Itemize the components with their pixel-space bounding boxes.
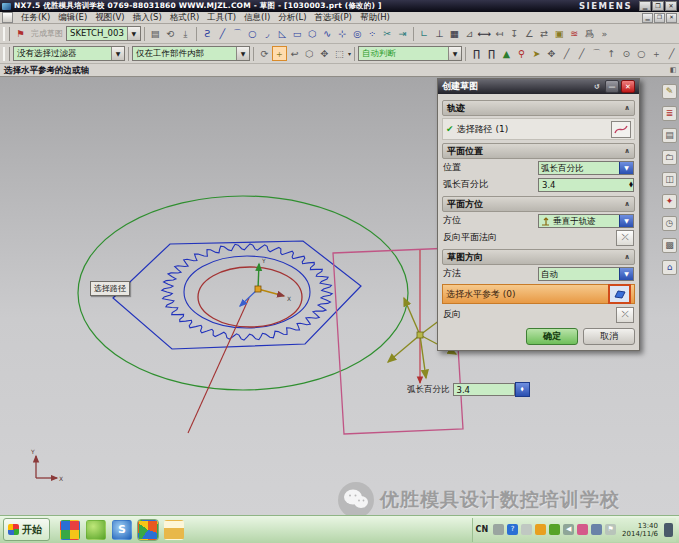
language-indicator[interactable]: CN: [476, 525, 489, 534]
offset-curve-icon[interactable]: ◎: [350, 26, 365, 41]
reuse-library-icon[interactable]: 🗀: [662, 150, 677, 165]
selection-scope-combo[interactable]: 仅在工作部件内部 ▼: [132, 46, 250, 61]
point-icon[interactable]: ⊹: [335, 26, 350, 41]
arc-percent-field[interactable]: 3.4: [453, 383, 515, 396]
sketch-display-icon[interactable]: ▤: [148, 26, 163, 41]
hexagon-curve[interactable]: [113, 241, 361, 349]
infer-type-combo[interactable]: 自动判断 ▼: [358, 46, 462, 61]
security-tray-icon[interactable]: [549, 524, 560, 535]
curve-select-icon[interactable]: [611, 121, 631, 138]
circle-icon[interactable]: ○: [245, 26, 260, 41]
method-combo[interactable]: 自动 ▼: [538, 267, 634, 281]
arc-percent-value-field[interactable]: 3.4 ⬧: [538, 178, 634, 192]
child-close-button[interactable]: ✕: [666, 13, 677, 23]
select-path-row[interactable]: ✔ 选择路径 (1): [442, 118, 635, 140]
angular-dim-icon[interactable]: ∠: [522, 26, 537, 41]
chevron-down-icon[interactable]: ▼: [111, 47, 124, 60]
section-plane-location[interactable]: 平面位置 ∧: [442, 143, 635, 159]
constraints-icon[interactable]: ⊥: [432, 26, 447, 41]
flag-tray-icon[interactable]: ⚑: [605, 524, 616, 535]
animate-dimension-icon[interactable]: ≋: [567, 26, 582, 41]
location-combo[interactable]: 弧长百分比 ▼: [538, 161, 634, 175]
menu-analysis[interactable]: 分析(L): [274, 12, 310, 24]
cancel-button[interactable]: 取消: [583, 328, 635, 345]
wcs-triad[interactable]: Y X: [240, 257, 291, 306]
volume-tray-icon[interactable]: ◀: [563, 524, 574, 535]
show-desktop-icon[interactable]: [664, 523, 673, 537]
quick-trim-icon[interactable]: ✂: [380, 26, 395, 41]
collapse-icon[interactable]: ∧: [624, 104, 630, 112]
arc-icon[interactable]: ⌒: [230, 26, 245, 41]
sketch-reattach-icon[interactable]: ⤓: [178, 26, 193, 41]
section-sketch-orientation[interactable]: 草图方向 ∧: [442, 249, 635, 265]
orientation-combo[interactable]: 垂直于轨迹 ▼: [538, 214, 634, 228]
select-horizontal-reference-row[interactable]: 选择水平参考 (0): [442, 284, 635, 304]
printer-tray-icon[interactable]: [493, 524, 504, 535]
window-close-button[interactable]: ✕: [665, 1, 677, 11]
im-tray-icon[interactable]: [577, 524, 588, 535]
menu-edit[interactable]: 编辑(E): [54, 12, 91, 24]
selected-path-leg[interactable]: [188, 298, 249, 433]
menu-information[interactable]: 信息(I): [240, 12, 274, 24]
finish-sketch-flag-icon[interactable]: ⚑: [13, 26, 28, 41]
selection-filter-combo[interactable]: 没有选择过滤器 ▼: [13, 46, 125, 61]
convert-reference-icon[interactable]: ⇄: [537, 26, 552, 41]
show-constraints-icon[interactable]: ⊿: [462, 26, 477, 41]
dialog-reset-icon[interactable]: ↺: [591, 81, 603, 92]
rect-select-icon[interactable]: ⬚: [332, 46, 347, 61]
line-icon[interactable]: ╱: [215, 26, 230, 41]
end-point-snap-icon[interactable]: ╱: [559, 46, 574, 61]
window-restore-button[interactable]: ❐: [652, 1, 664, 11]
profile-icon[interactable]: Ƨ: [200, 26, 215, 41]
sketch-orient-icon[interactable]: ⟲: [163, 26, 178, 41]
center-snap-icon[interactable]: ⊙: [619, 46, 634, 61]
title-bar[interactable]: NX7.5 优胜模具培训学校 0769-88031860 WWW.MJZL.CO…: [0, 0, 679, 12]
fillet-icon[interactable]: ◞: [260, 26, 275, 41]
ok-button[interactable]: 确定: [526, 328, 578, 345]
hd3d-tools-icon[interactable]: ◫: [662, 172, 677, 187]
chamfer-icon[interactable]: ◺: [275, 26, 290, 41]
window-minimize-button[interactable]: ▁: [639, 1, 651, 11]
sketch-name-combo[interactable]: SKETCH_003 ▼: [66, 26, 141, 41]
collapse-icon[interactable]: ∧: [624, 200, 630, 208]
collapse-icon[interactable]: ∧: [624, 147, 630, 155]
notepad-folder-icon[interactable]: [164, 520, 184, 540]
chevron-down-icon[interactable]: ▼: [236, 47, 249, 60]
toolbar-overflow-icon[interactable]: »: [597, 26, 612, 41]
face-edge-select-icon[interactable]: [608, 284, 631, 304]
gear-tooth-curve[interactable]: [162, 244, 332, 340]
dialog-minimize-button[interactable]: —: [605, 80, 619, 93]
child-minimize-button[interactable]: ▁: [642, 13, 653, 23]
spinner-icon[interactable]: ⬧: [629, 179, 633, 191]
dialog-close-button[interactable]: ✕: [621, 80, 635, 93]
rectangle-icon[interactable]: ▭: [290, 26, 305, 41]
menu-help[interactable]: 帮助(H): [356, 12, 394, 24]
auto-constrain-icon[interactable]: ▦: [447, 26, 462, 41]
color-balls-app-icon[interactable]: [60, 520, 80, 540]
clock[interactable]: 13:40 2014/11/6: [622, 522, 658, 538]
spinner-icon[interactable]: ⬧: [515, 382, 530, 397]
pan-icon[interactable]: ✥: [317, 46, 332, 61]
chevron-down-icon[interactable]: ▼: [448, 47, 461, 60]
browser-s-icon[interactable]: S: [112, 520, 132, 540]
circle-snap-icon[interactable]: ○: [634, 46, 649, 61]
toolbar-grip[interactable]: [3, 27, 10, 41]
resource-bar-pin-icon[interactable]: ◧: [667, 65, 679, 76]
reverse-direction-icon[interactable]: ⤫: [616, 307, 634, 323]
point-constructor-icon[interactable]: ⚲: [514, 46, 529, 61]
existing-point-snap-icon[interactable]: ╱: [664, 46, 679, 61]
create-sketch-icon[interactable]: ＋: [272, 46, 287, 61]
part-navigator-icon[interactable]: ▤: [662, 128, 677, 143]
section-plane-orientation[interactable]: 平面方位 ∧: [442, 196, 635, 212]
inferred-dimension-icon[interactable]: ⟷: [477, 26, 492, 41]
assembly-navigator-icon[interactable]: ✎: [662, 84, 677, 99]
menu-insert[interactable]: 插入(S): [129, 12, 166, 24]
web-browser-icon[interactable]: ✦: [662, 194, 677, 209]
chevron-down-icon[interactable]: ▼: [619, 215, 633, 227]
chevron-down-icon[interactable]: ▼: [127, 27, 140, 40]
menu-format[interactable]: 格式(R): [166, 12, 204, 24]
update-tray-icon[interactable]: [521, 524, 532, 535]
refresh-icon[interactable]: ⟳: [257, 46, 272, 61]
chevron-down-icon[interactable]: ▾: [348, 50, 351, 57]
dialog-title-bar[interactable]: 创建草图 ↺ — ✕: [438, 79, 639, 94]
